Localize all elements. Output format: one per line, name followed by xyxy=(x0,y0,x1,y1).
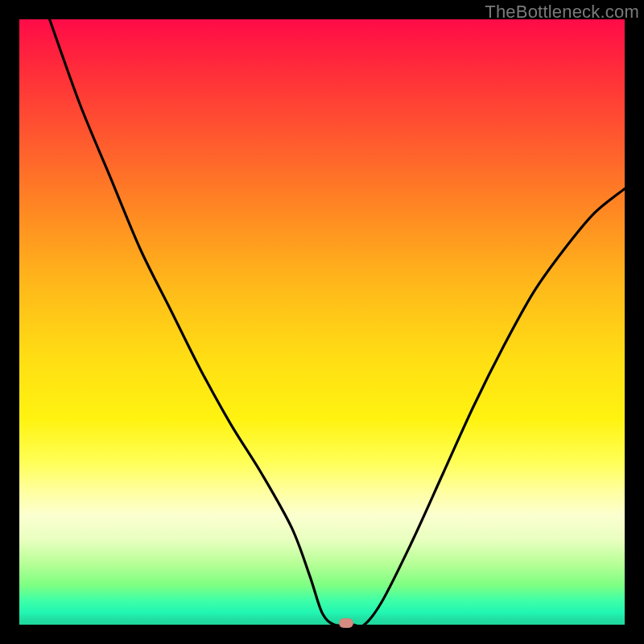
chart-frame: TheBottleneck.com xyxy=(0,0,644,644)
bottleneck-curve xyxy=(19,19,625,625)
chart-plot-area xyxy=(19,19,625,625)
optimal-point-marker xyxy=(339,618,353,628)
watermark-text: TheBottleneck.com xyxy=(485,2,639,23)
